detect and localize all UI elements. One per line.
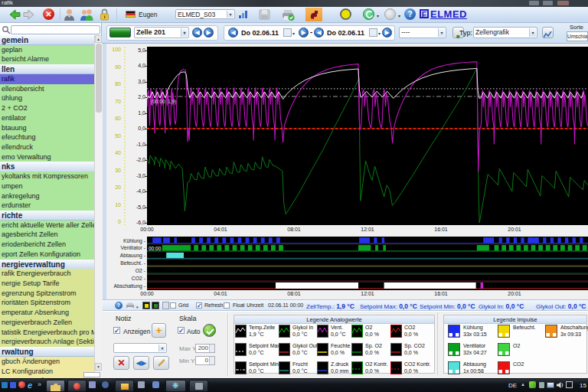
svg-text:(00:00: 1,9): (00:00: 1,9) <box>151 99 176 105</box>
svg-text:00:00: 00:00 <box>149 246 162 251</box>
